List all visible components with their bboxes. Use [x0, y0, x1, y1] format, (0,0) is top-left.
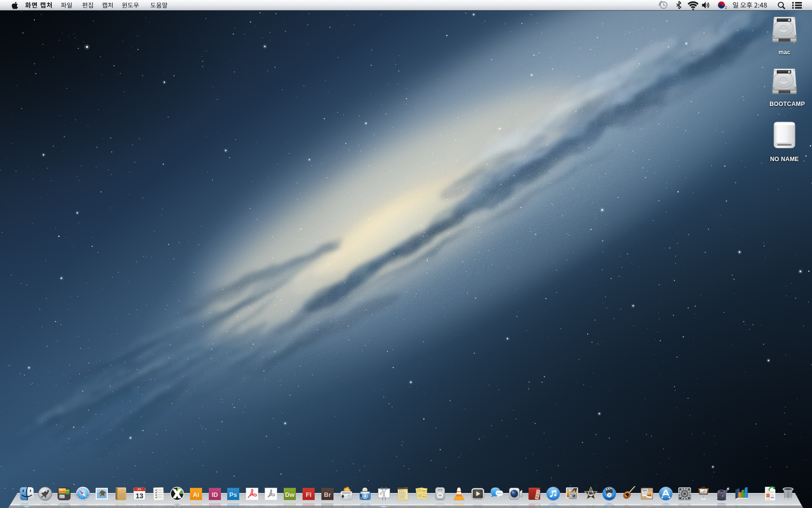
svg-text:DVD: DVD: [437, 489, 443, 491]
svg-text:Dw: Dw: [285, 491, 295, 498]
svg-text:ID: ID: [212, 491, 218, 498]
svg-text:Ps: Ps: [230, 491, 237, 498]
svg-text:Ai: Ai: [193, 491, 199, 498]
svg-text:Br: Br: [324, 491, 331, 498]
svg-text:@: @: [119, 490, 125, 497]
svg-text:ToDo: ToDo: [422, 495, 426, 498]
svg-text:13: 13: [135, 492, 143, 500]
svg-text:JUL: JUL: [137, 488, 142, 491]
svg-text:Fl: Fl: [306, 491, 312, 498]
